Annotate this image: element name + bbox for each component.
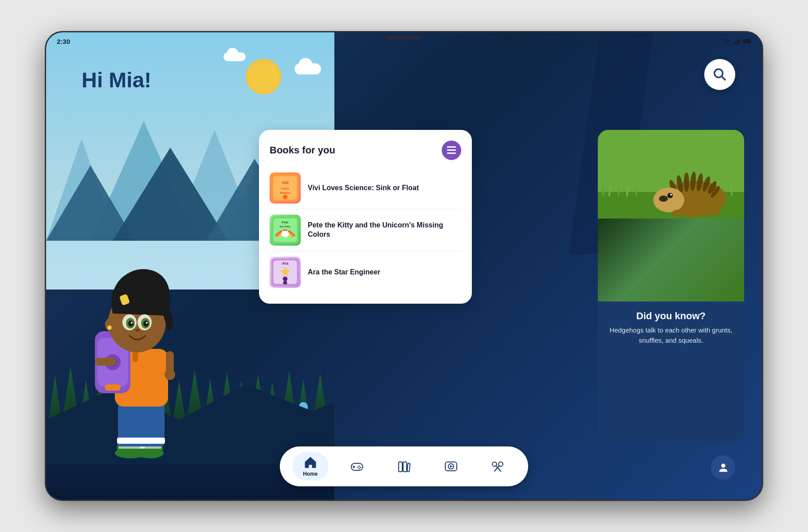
books-panel-title: Books for you [270, 145, 335, 156]
svg-rect-44 [105, 384, 121, 391]
svg-rect-121 [744, 40, 749, 43]
nav-item-library[interactable] [386, 456, 422, 477]
svg-point-108 [670, 194, 672, 196]
books-panel: Books for you Vivi Loves [259, 130, 472, 304]
book-item-ara[interactable]: Ara Ara the Star Engineer [270, 251, 461, 293]
wifi-icon [722, 37, 730, 45]
svg-rect-115 [733, 43, 735, 45]
svg-text:Ara: Ara [282, 261, 289, 266]
hedgehog-panel: Did you know? Hedgehogs talk to each oth… [598, 130, 744, 442]
battery-icon [743, 37, 751, 45]
cloud-2 [224, 52, 246, 61]
svg-point-75 [281, 231, 289, 237]
svg-marker-134 [450, 465, 453, 468]
svg-point-106 [659, 196, 668, 202]
search-icon [713, 67, 727, 82]
did-you-know-title: Did you know? [607, 310, 735, 322]
svg-point-61 [165, 369, 175, 380]
svg-point-53 [143, 321, 149, 327]
svg-rect-62 [447, 146, 456, 148]
svg-rect-38 [139, 438, 165, 444]
signal-icon [733, 37, 741, 45]
svg-text:Pete: Pete [282, 221, 289, 224]
svg-point-82 [283, 277, 288, 282]
books-panel-header: Books for you [270, 141, 461, 160]
svg-rect-64 [447, 153, 456, 154]
book-item-pete[interactable]: Pete the Kitty Pete the Kitty and the Un… [270, 209, 461, 251]
bottom-nav: Home [280, 446, 528, 486]
status-time: 2:30 [57, 38, 70, 45]
svg-rect-131 [407, 463, 410, 472]
book-thumb-vivi: Vivi Loves Science [270, 172, 301, 203]
activities-icon [491, 460, 504, 473]
profile-button[interactable] [711, 455, 735, 480]
hedgehog-image [598, 130, 744, 301]
book-title-ara: Ara the Star Engineer [308, 268, 380, 277]
svg-point-109 [672, 210, 683, 217]
did-you-know-section: Did you know? Hedgehogs talk to each oth… [598, 301, 744, 354]
svg-rect-59 [95, 358, 116, 366]
screen: Hi Mia! [46, 32, 762, 500]
book-item-vivi[interactable]: Vivi Loves Science Vivi Loves Science: S… [270, 167, 461, 209]
home-icon [304, 456, 317, 469]
svg-point-52 [128, 321, 133, 327]
character-svg [68, 234, 201, 464]
svg-text:Science: Science [280, 191, 290, 194]
nav-label-home: Home [303, 471, 318, 477]
svg-point-126 [360, 467, 361, 468]
hedgehog-scene [598, 130, 744, 219]
tablet-device: Hi Mia! [45, 31, 763, 501]
svg-text:the Kitty: the Kitty [280, 225, 291, 228]
profile-icon [717, 462, 730, 474]
svg-point-55 [146, 322, 148, 324]
book-title-pete: Pete the Kitty and the Unicorn's Missing… [308, 221, 461, 239]
character-illustration [68, 234, 201, 464]
svg-rect-129 [399, 462, 402, 472]
library-icon [397, 460, 411, 473]
camera-sensor [386, 36, 422, 39]
svg-point-54 [131, 322, 133, 324]
svg-point-128 [359, 468, 360, 469]
nav-item-videos[interactable] [433, 456, 469, 477]
svg-point-112 [711, 209, 720, 215]
svg-point-127 [357, 467, 359, 468]
svg-point-107 [667, 193, 673, 198]
status-bar: 2:30 [46, 32, 762, 50]
nav-item-home[interactable]: Home [293, 452, 328, 481]
cloud-1 [294, 63, 321, 74]
bookshelf-icon [446, 145, 457, 156]
nav-item-games[interactable] [339, 456, 375, 477]
svg-rect-63 [447, 149, 456, 151]
svg-point-70 [283, 195, 288, 200]
svg-point-111 [699, 210, 710, 217]
book-thumb-pete: Pete the Kitty [270, 215, 301, 246]
svg-line-114 [722, 77, 725, 80]
svg-rect-116 [735, 41, 737, 44]
svg-rect-83 [283, 281, 287, 284]
svg-text:Loves: Loves [281, 187, 289, 190]
gamepad-icon [350, 460, 364, 473]
svg-rect-117 [737, 39, 739, 45]
books-panel-icon[interactable] [442, 141, 461, 160]
svg-text:Vivi: Vivi [282, 180, 289, 185]
book-title-vivi: Vivi Loves Science: Sink or Float [308, 184, 419, 193]
video-icon [444, 460, 458, 473]
svg-rect-118 [739, 38, 741, 45]
book-thumb-ara: Ara [270, 257, 301, 288]
svg-point-56 [135, 329, 140, 332]
svg-point-125 [359, 466, 360, 467]
svg-point-105 [653, 188, 684, 212]
greeting-text: Hi Mia! [82, 68, 151, 92]
svg-rect-120 [750, 40, 751, 42]
search-button[interactable] [704, 59, 735, 90]
svg-point-98 [684, 172, 689, 192]
svg-point-58 [107, 325, 112, 330]
svg-point-139 [721, 463, 725, 467]
svg-rect-34 [140, 446, 161, 449]
svg-rect-130 [403, 462, 407, 472]
svg-point-110 [686, 211, 696, 218]
status-icons [722, 37, 751, 45]
did-you-know-text: Hedgehogs talk to each other with grunts… [607, 325, 735, 345]
nav-item-activities[interactable] [480, 456, 515, 477]
